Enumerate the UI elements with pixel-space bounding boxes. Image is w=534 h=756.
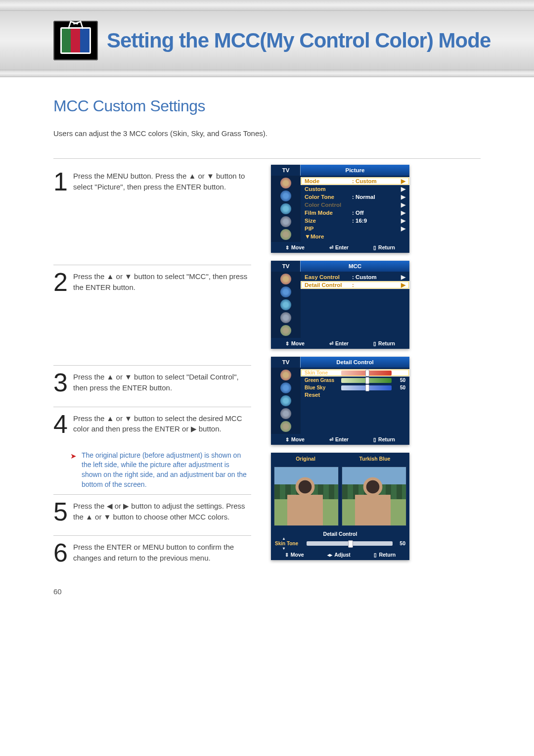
osd-tv-label: TV [271,357,301,368]
osd-picture-icon [280,370,291,380]
osd-preview-panel: Original Turkish Blue Detail Control Ski… [271,453,409,560]
intro-text: Users can adjust the 3 MCC colors (Skin,… [53,129,481,138]
hint-move: ⇕Move [285,340,305,346]
step-5: 5 Press the ◀ or ▶ button to adjust the … [53,495,251,532]
step-number: 3 [53,372,69,393]
header-metal-bottom [0,70,534,77]
osd-row-label: Easy Control [305,274,352,280]
osd-row-custom[interactable]: Custom ▶ [301,185,409,193]
slider-value: 50 [394,370,405,376]
osd-sound-icon [280,190,291,201]
osd-sound-icon [280,382,291,393]
step-number: 5 [53,501,69,522]
slider-greengrass[interactable]: Green Grass 50 [301,377,409,384]
updown-icon: ⇕ [285,245,289,250]
osd-list: Easy Control : Custom ▶ Detail Control :… [301,272,409,338]
osd-channel-icon [280,203,291,214]
chevron-right-icon: ▶ [400,274,405,281]
osd-setup-icon [280,408,291,419]
slider-bar[interactable] [341,371,392,376]
osd-input-icon [280,325,291,336]
chevron-right-icon: ▶ [400,193,405,200]
step-1: 1 Press the MENU button. Press the ▲ or … [53,165,251,202]
osd-row-value: : Custom [352,274,400,280]
osd-list: Mode : Custom ▶ Custom ▶ [301,176,409,242]
updown-icon: ⇕ [285,552,289,558]
osd-row-colortone[interactable]: Color Tone : Normal ▶ [301,193,409,201]
osd-footer: ⇕Move ⏎Enter ▯Return [271,242,409,253]
osd-row-pip[interactable]: PIP ▶ [301,225,409,233]
osd-picture-icon [280,274,291,284]
osd-title: MCC [301,261,409,272]
osd-footer: ⇕Move ⏎Enter ▯Return [271,434,409,445]
updown-icon: ⇕ [285,341,289,346]
chevron-right-icon: ▶ [400,225,405,232]
chevron-right-icon: ▶ [400,209,405,216]
chevron-right-icon: ▶ [400,186,405,192]
hint-enter: ⏎Enter [329,436,349,442]
section-subtitle: MCC Custom Settings [53,97,481,115]
note-arrow-icon: ➤ [70,451,77,461]
enter-icon: ⏎ [329,245,333,250]
header-metal-top [0,0,534,11]
step-number: 1 [53,171,69,192]
page-title: Setting the MCC(My Control Color) Mode [107,29,490,52]
osd-row-size[interactable]: Size : 16:9 ▶ [301,217,409,225]
return-icon: ▯ [373,341,376,346]
osd-mcc-menu: TV MCC [271,261,409,349]
step-6: 6 Press the ENTER or MENU button to conf… [53,536,251,573]
osd-row-colorcontrol: Color Control ▶ [301,201,409,209]
updown-icon: ⇕ [285,437,289,442]
slider-label: Skin Tone [305,370,339,376]
step-text: Press the MENU button. Press the ▲ or ▼ … [73,171,251,192]
osd-row-more[interactable]: ▼More [301,233,409,240]
osd-row-filmmode[interactable]: Film Mode : Off ▶ [301,209,409,217]
note-text: The original picture (before adjustment)… [82,451,251,489]
osd-tv-label: TV [271,261,301,272]
step-text: Press the ▲ or ▼ button to select "Detai… [73,372,251,393]
hint-return: ▯Return [374,552,396,558]
osd-row-easycontrol[interactable]: Easy Control : Custom ▶ [301,273,409,281]
osd-sidebar [271,272,301,338]
osd-row-label: PIP [305,226,352,232]
step-text: Press the ▲ or ▼ button to select "MCC",… [73,271,251,293]
slider-handle[interactable] [365,384,369,391]
slider-bluesky[interactable]: Blue Sky 50 [301,384,409,391]
osd-sidebar [271,368,301,434]
hint-enter: ⏎Enter [329,244,349,250]
preview-title: Detail Control [271,528,409,538]
hint-return: ▯Return [373,244,395,250]
osd-row-reset[interactable]: Reset [301,391,409,398]
slider-label: Blue Sky [305,385,339,390]
osd-row-detailcontrol[interactable]: Detail Control : ▶ [301,281,409,289]
osd-row-value: : 16:9 [352,218,400,224]
osd-column: TV Picture [271,159,481,560]
step-text: Press the ENTER or MENU button to confir… [73,542,251,564]
tv-logo-icon [53,21,98,60]
preview-slider-bar[interactable] [307,541,393,546]
preview-slider-row[interactable]: Skin Tone 50 [271,538,409,549]
step-4: 4 Press the ▲ or ▼ button to select the … [53,407,251,445]
slider-handle[interactable] [365,370,369,377]
osd-row-label: ▼More [305,233,352,240]
enter-icon: ⏎ [329,437,333,442]
osd-setup-icon [280,216,291,227]
chevron-down-icon: ▼ [305,233,311,240]
osd-row-label: Custom [305,186,352,192]
chevron-right-icon: ▶ [400,217,405,224]
osd-row-label: Reset [305,392,352,398]
header-bar: Setting the MCC(My Control Color) Mode [0,11,534,70]
osd-channel-icon [280,395,291,406]
osd-row-mode[interactable]: Mode : Custom ▶ [301,177,409,185]
hint-return: ▯Return [373,436,395,442]
slider-skintone[interactable]: Skin Tone 50 [301,369,409,377]
slider-handle[interactable] [365,377,369,384]
slider-bar[interactable] [341,385,392,390]
osd-row-label: Film Mode [305,210,352,216]
slider-value: 50 [394,385,405,390]
osd-row-label: Color Tone [305,194,352,200]
hint-move: ⇕Move [285,244,305,250]
hint-move: ⇕Move [285,552,304,558]
return-icon: ▯ [373,245,376,250]
slider-bar[interactable] [341,378,392,383]
